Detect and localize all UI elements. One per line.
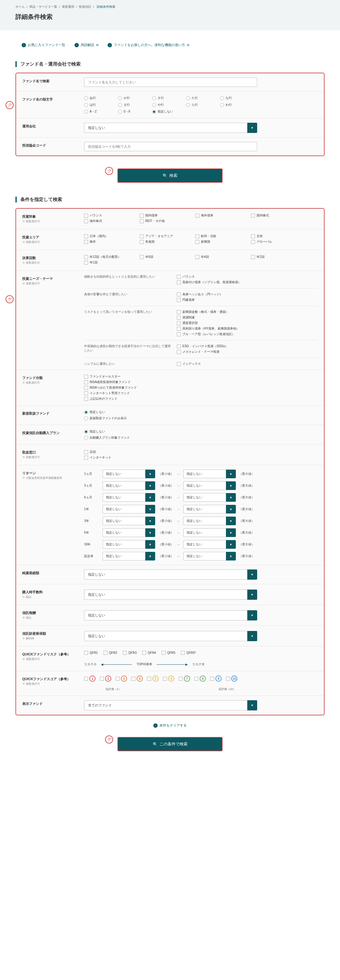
initial-radio[interactable]: あ行	[84, 96, 118, 100]
return-min-select[interactable]: 指定しない▾	[103, 493, 155, 502]
return-max-select[interactable]: 指定しない▾	[183, 505, 236, 514]
check-item[interactable]: 海外債券	[195, 213, 246, 218]
check-item[interactable]: 新興国全般（株式・債券・通貨）	[177, 310, 318, 314]
chevron-down-icon[interactable]: ▾	[247, 590, 257, 600]
chevron-down-icon[interactable]: ▾	[226, 552, 236, 560]
return-max-select[interactable]: 指定しない▾	[183, 540, 236, 549]
display-select[interactable]: 全てのファンド▾	[84, 700, 257, 710]
check-item[interactable]: 資源関連	[177, 315, 318, 320]
radio-item[interactable]: 指定しない	[84, 430, 130, 434]
chevron-down-icon[interactable]: ▾	[145, 552, 155, 560]
return-max-select[interactable]: 指定しない▾	[183, 517, 236, 525]
initial-radio[interactable]: た行	[186, 96, 220, 100]
return-min-select[interactable]: 指定しない▾	[103, 528, 155, 537]
check-item[interactable]: 年6回	[140, 255, 191, 259]
check-item[interactable]: 高格付け債券（ソブリン債、投資適格債）	[177, 280, 318, 285]
check-item[interactable]: 北米	[251, 234, 302, 239]
qfr-check[interactable]: QFR2	[103, 651, 118, 655]
check-item[interactable]: グローバル	[251, 240, 302, 244]
return-min-select[interactable]: 指定しない▾	[103, 540, 155, 549]
check-item[interactable]: 先進国	[140, 240, 191, 244]
score-item[interactable]: 6	[163, 676, 174, 682]
search-button[interactable]: 🔍検索	[118, 169, 222, 183]
chevron-down-icon[interactable]: ▾	[247, 570, 257, 580]
clear-link[interactable]: ›条件をクリアする	[153, 723, 187, 728]
return-min-select[interactable]: 指定しない▾	[103, 481, 155, 490]
check-item[interactable]: インターネット	[84, 455, 116, 460]
initial-radio[interactable]: A－Z	[84, 110, 118, 114]
check-item[interactable]: 年4回	[195, 255, 246, 259]
check-item[interactable]: 海外株式	[84, 219, 135, 223]
chevron-down-icon[interactable]: ▾	[226, 493, 236, 502]
return-min-select[interactable]: 指定しない▾	[103, 552, 155, 560]
check-item[interactable]: インデックス	[177, 362, 318, 366]
check-item[interactable]: 高利回り債券（HY債券、新興国債券他）	[177, 326, 318, 331]
check-item[interactable]: 新興国	[195, 240, 246, 244]
chevron-down-icon[interactable]: ▾	[145, 469, 155, 478]
guide-link[interactable]: ›ファンドをお探しの方へ。便利な機能の使い方⧉	[108, 43, 189, 47]
chevron-down-icon[interactable]: ▾	[145, 517, 155, 525]
chevron-down-icon[interactable]: ▾	[226, 517, 236, 525]
check-item[interactable]: NISAつみたて投資枠対象ファンド	[84, 385, 141, 390]
radio-item[interactable]: 指定しない	[84, 410, 127, 414]
check-item[interactable]: 日本（国内）	[84, 234, 135, 239]
chevron-down-icon[interactable]: ▾	[145, 528, 155, 537]
return-min-select[interactable]: 指定しない▾	[103, 469, 155, 478]
qfr-check[interactable]: QFR5	[162, 651, 176, 655]
qfr-check[interactable]: QFR1	[84, 651, 98, 655]
initial-radio[interactable]: や行	[152, 103, 186, 107]
check-item[interactable]: NISA成長投資枠対象ファンド	[84, 380, 141, 384]
chevron-down-icon[interactable]: ▾	[145, 505, 155, 514]
check-item[interactable]: バランス	[177, 275, 318, 279]
return-min-select[interactable]: 指定しない▾	[103, 517, 155, 525]
qfr-check[interactable]: QFR4	[142, 651, 156, 655]
check-item[interactable]: 欧州・北欧	[195, 234, 246, 239]
chevron-down-icon[interactable]: ▾	[145, 481, 155, 490]
score-item[interactable]: 2	[100, 676, 111, 682]
return-min-select[interactable]: 指定しない▾	[103, 505, 155, 514]
initial-radio[interactable]: 指定しない	[152, 110, 186, 114]
initial-radio[interactable]: わ行	[220, 103, 254, 107]
chevron-down-icon[interactable]: ▾	[226, 469, 236, 478]
netassets-select[interactable]: 指定しない▾	[84, 570, 257, 580]
initial-radio[interactable]: 0－9	[118, 110, 152, 114]
check-item[interactable]: 為替ヘッジあり（円ヘッジ）	[177, 292, 318, 296]
condition-search-button[interactable]: 🔍この条件で検索	[118, 737, 222, 751]
initial-radio[interactable]: ま行	[118, 103, 152, 107]
check-item[interactable]: 年1回	[84, 260, 135, 265]
check-item[interactable]: 南米	[84, 240, 135, 244]
check-item[interactable]: 国内債券	[140, 213, 191, 218]
radio-item[interactable]: 自動購入プラン対象ファンド	[84, 436, 130, 440]
return-max-select[interactable]: 指定しない▾	[183, 481, 236, 490]
chevron-down-icon[interactable]: ▾	[226, 528, 236, 537]
chevron-down-icon[interactable]: ▾	[247, 631, 257, 641]
score-item[interactable]: 9	[210, 676, 222, 682]
radio-item[interactable]: 新規取扱ファンドのみ表示	[84, 416, 127, 420]
qfr-check[interactable]: QFR5*	[181, 651, 196, 655]
check-item[interactable]: ブル・ベア型（レバレッジ投資信託）	[177, 332, 318, 336]
chevron-down-icon[interactable]: ▾	[226, 540, 236, 549]
check-item[interactable]: REIT・その他	[140, 219, 191, 223]
score-item[interactable]: 10	[226, 676, 237, 682]
glossary-link[interactable]: ›用語解説⧉	[75, 43, 98, 47]
check-item[interactable]: ファンドオールスター	[84, 374, 141, 379]
check-item[interactable]: 年2回	[251, 255, 302, 259]
initial-radio[interactable]: さ行	[152, 96, 186, 100]
score-item[interactable]: 8	[194, 676, 206, 682]
chevron-down-icon[interactable]: ▾	[226, 481, 236, 490]
initial-radio[interactable]: は行	[84, 103, 118, 107]
check-item[interactable]: メガトレンド・テーマ投資	[177, 350, 318, 354]
check-item[interactable]: 円建資産	[177, 298, 318, 302]
score-item[interactable]: 5	[147, 676, 159, 682]
initial-radio[interactable]: ら行	[186, 103, 220, 107]
qfr-check[interactable]: QFR3	[123, 651, 137, 655]
chevron-down-icon[interactable]: ▾	[247, 700, 257, 710]
score-item[interactable]: 7	[179, 676, 190, 682]
check-item[interactable]: ESG・インパクト投資（SDGs）	[177, 344, 318, 348]
code-input[interactable]	[84, 142, 257, 151]
initial-radio[interactable]: な行	[220, 96, 254, 100]
chevron-down-icon[interactable]: ▾	[145, 540, 155, 549]
favorites-link[interactable]: ›お気に入りファンド一覧	[22, 43, 65, 47]
check-item[interactable]: 店頭	[84, 450, 116, 454]
check-item[interactable]: バランス	[84, 213, 135, 218]
